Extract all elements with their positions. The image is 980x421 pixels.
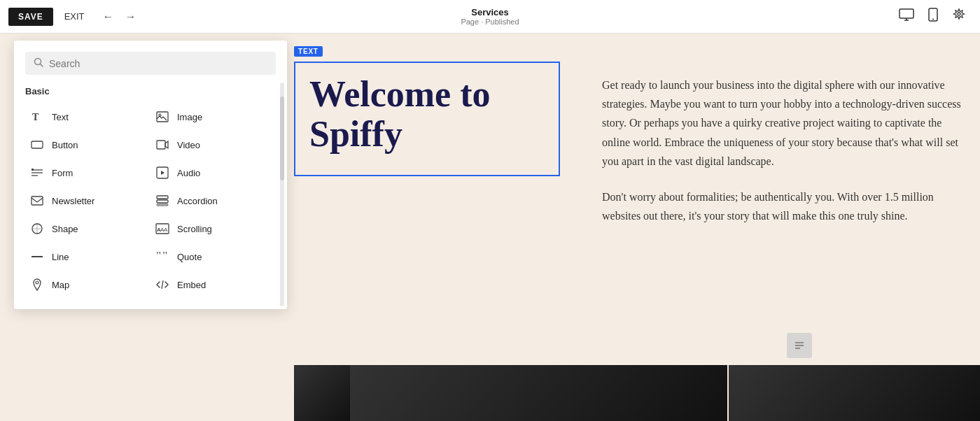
block-label-shape: Shape	[52, 224, 78, 234]
block-item-shape[interactable]: Shape	[25, 215, 150, 242]
svg-rect-21	[157, 204, 168, 206]
svg-rect-19	[157, 196, 168, 199]
svg-point-4	[932, 19, 934, 20]
text-icon: T	[29, 109, 45, 124]
page-status: Page · Published	[461, 17, 519, 26]
svg-text:A: A	[164, 227, 168, 233]
accordion-icon	[155, 193, 170, 208]
video-icon	[155, 137, 170, 152]
text-block-content[interactable]: Welcome to Spiffy	[294, 62, 560, 176]
search-icon	[34, 57, 43, 69]
block-item-map[interactable]: Map	[25, 271, 150, 298]
block-item-line[interactable]: Line	[25, 243, 150, 270]
block-item-newsletter[interactable]: Newsletter	[25, 187, 150, 214]
block-label-scrolling: Scrolling	[177, 224, 212, 234]
panel-scrollbar[interactable]	[280, 83, 284, 306]
block-label-map: Map	[52, 280, 69, 290]
block-label-accordion: Accordion	[177, 196, 218, 206]
svg-rect-12	[157, 141, 165, 149]
svg-rect-20	[157, 200, 168, 203]
bottom-image-3	[729, 365, 980, 421]
bottom-image-1	[294, 365, 350, 421]
line-icon	[29, 249, 45, 264]
block-panel: Basic T Text Image Button	[14, 41, 287, 309]
toolbar-nav: ← →	[99, 8, 141, 26]
block-label-line: Line	[52, 252, 69, 262]
svg-rect-11	[31, 141, 43, 148]
bottom-image-2	[350, 365, 727, 421]
svg-rect-18	[31, 197, 43, 205]
right-content: Get ready to launch your business into t…	[602, 76, 966, 242]
svg-rect-0	[899, 9, 913, 18]
audio-icon	[155, 165, 170, 180]
embed-icon	[155, 277, 170, 292]
block-label-quote: Quote	[177, 252, 202, 262]
panel-scrollbar-thumb	[280, 97, 284, 180]
block-item-audio[interactable]: Audio	[150, 159, 276, 186]
mobile-view-button[interactable]	[923, 3, 944, 29]
map-icon	[29, 277, 45, 292]
svg-point-5	[958, 13, 960, 15]
exit-button[interactable]: EXIT	[59, 7, 90, 26]
block-item-button[interactable]: Button	[25, 131, 150, 158]
desktop-view-button[interactable]	[893, 4, 920, 29]
text-badge: TEXT	[294, 46, 323, 57]
shape-icon	[29, 221, 45, 236]
scrolling-icon: AAA	[155, 221, 170, 236]
floating-icon	[787, 333, 812, 358]
block-label-newsletter: Newsletter	[52, 196, 94, 206]
svg-rect-16	[31, 169, 34, 171]
block-item-scrolling[interactable]: AAA Scrolling	[150, 215, 276, 242]
quote-icon: ""	[155, 249, 170, 264]
block-label-button: Button	[52, 140, 78, 150]
settings-button[interactable]	[946, 3, 972, 29]
block-item-text[interactable]: T Text	[25, 104, 150, 130]
image-icon	[155, 109, 170, 124]
toolbar-right	[893, 3, 972, 29]
block-item-quote[interactable]: "" Quote	[150, 243, 276, 270]
toolbar-left: SAVE EXIT ← →	[8, 7, 141, 26]
blocks-grid: T Text Image Button	[25, 104, 276, 298]
block-item-embed[interactable]: Embed	[150, 271, 276, 298]
redo-button[interactable]: →	[121, 8, 141, 26]
svg-point-30	[36, 281, 38, 284]
section-label: Basic	[25, 86, 276, 97]
bottom-images	[294, 365, 980, 421]
toolbar-center: Services Page · Published	[461, 7, 519, 26]
text-block-wrapper: TEXT Welcome to Spiffy	[294, 62, 560, 176]
button-icon	[29, 137, 45, 152]
page-title: Services	[461, 7, 519, 17]
svg-text:": "	[162, 252, 167, 262]
svg-point-10	[159, 114, 161, 116]
block-item-video[interactable]: Video	[150, 131, 276, 158]
search-wrapper	[25, 52, 276, 75]
svg-line-7	[41, 64, 43, 67]
block-label-form: Form	[52, 168, 73, 178]
body-paragraph-1: Get ready to launch your business into t…	[602, 76, 966, 171]
newsletter-icon	[29, 193, 45, 208]
svg-text:": "	[156, 252, 161, 262]
svg-text:T: T	[32, 112, 39, 122]
block-item-form[interactable]: Form	[25, 159, 150, 186]
block-label-audio: Audio	[177, 168, 200, 178]
toolbar: SAVE EXIT ← → Services Page · Published	[0, 0, 980, 34]
body-paragraph-2: Don't worry about formalities; be authen…	[602, 187, 966, 225]
block-item-accordion[interactable]: Accordion	[150, 187, 276, 214]
save-button[interactable]: SAVE	[8, 8, 53, 26]
block-label-embed: Embed	[177, 280, 206, 290]
main-area: Basic T Text Image Button	[0, 34, 980, 421]
svg-line-31	[162, 280, 163, 289]
heading: Welcome to Spiffy	[309, 74, 545, 154]
block-item-image[interactable]: Image	[150, 104, 276, 130]
block-label-text: Text	[52, 112, 69, 122]
undo-button[interactable]: ←	[99, 8, 118, 26]
block-label-video: Video	[177, 140, 200, 150]
block-label-image: Image	[177, 112, 202, 122]
search-input[interactable]	[49, 58, 267, 69]
form-icon	[29, 165, 45, 180]
